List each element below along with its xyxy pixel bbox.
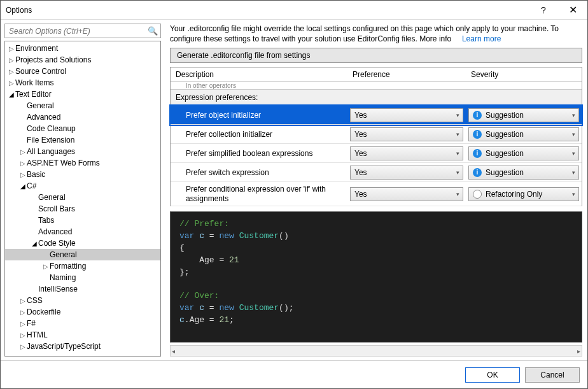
options-tree[interactable]: ▷ Environment▷ Projects and Solutions▷ S… <box>4 41 161 357</box>
tree-node[interactable]: File Extension <box>5 134 160 146</box>
ok-button[interactable]: OK <box>465 367 520 383</box>
caret-right-icon[interactable]: ▷ <box>42 263 50 270</box>
grid-row[interactable]: Prefer object initializerYes▾iSuggestion… <box>171 106 582 125</box>
caret-down-icon[interactable]: ◢ <box>31 240 38 247</box>
tree-node-label: Dockerfile <box>27 308 60 316</box>
preference-combo[interactable]: Yes▾ <box>350 127 463 141</box>
tree-node-label: Advanced <box>38 227 72 236</box>
caret-down-icon[interactable]: ◢ <box>19 183 27 190</box>
info-icon: i <box>473 149 482 158</box>
grid-section-expression-preferences[interactable]: Expression preferences: <box>171 90 582 106</box>
caret-right-icon[interactable]: ▷ <box>8 68 15 75</box>
caret-right-icon[interactable]: ▷ <box>19 160 27 167</box>
tree-node[interactable]: ▷ ASP.NET Web Forms <box>5 157 160 169</box>
tree-node[interactable]: ◢ Code Style <box>5 237 160 249</box>
severity-combo[interactable]: Refactoring Only▾ <box>468 187 579 201</box>
cancel-button[interactable]: Cancel <box>525 367 580 383</box>
window-title: Options <box>6 6 529 15</box>
tree-node[interactable]: ▷ HTML <box>5 329 160 341</box>
preference-value: Yes <box>354 111 367 120</box>
caret-right-icon[interactable]: ▷ <box>19 148 27 155</box>
tree-node[interactable]: ▷ JavaScript/TypeScript <box>5 341 160 352</box>
tree-node-label: File Extension <box>27 136 74 145</box>
tree-node-label: Projects and Solutions <box>15 55 91 64</box>
tree-node[interactable]: Code Cleanup <box>5 123 160 134</box>
tree-node[interactable]: ◢ Text Editor <box>5 88 160 100</box>
severity-value: Suggestion <box>486 168 524 177</box>
tree-node[interactable]: ▷ Projects and Solutions <box>5 54 160 66</box>
grid-row[interactable]: Prefer switch expressionYes▾iSuggestion▾ <box>171 163 582 182</box>
tree-node[interactable]: ▷ CSS <box>5 295 160 306</box>
tree-node-label: IntelliSense <box>38 285 78 294</box>
code-preview: // Prefer: var c = new Customer() { Age … <box>170 211 582 343</box>
caret-right-icon[interactable]: ▷ <box>19 309 27 316</box>
tree-node[interactable]: Scroll Bars <box>5 203 160 215</box>
row-description: Prefer object initializer <box>171 108 347 122</box>
preference-combo[interactable]: Yes▾ <box>350 146 463 160</box>
tree-node[interactable]: ▷ Source Control <box>5 66 160 77</box>
caret-right-icon[interactable]: ▷ <box>8 57 15 64</box>
chevron-down-icon: ▾ <box>572 150 575 157</box>
caret-down-icon[interactable]: ◢ <box>8 91 15 98</box>
tree-node[interactable]: ▷ Basic <box>5 169 160 180</box>
caret-right-icon[interactable]: ▷ <box>8 45 15 52</box>
grid-header: Description Preference Severity <box>171 67 582 82</box>
tree-node[interactable]: General <box>5 192 160 203</box>
caret-right-icon[interactable]: ▷ <box>19 332 27 339</box>
tree-node-label: Tabs <box>38 216 54 225</box>
chevron-down-icon: ▾ <box>572 191 575 197</box>
search-icon[interactable]: 🔍 <box>148 26 158 36</box>
info-icon: i <box>473 130 482 139</box>
tree-node[interactable]: ▷ F# <box>5 318 160 329</box>
learn-more-link[interactable]: Learn more <box>462 34 501 43</box>
tree-node[interactable]: ▷ Environment <box>5 43 160 54</box>
scroll-left-icon[interactable]: ◂ <box>172 348 175 355</box>
tree-node[interactable]: Naming <box>5 272 160 283</box>
search-input[interactable] <box>4 24 161 38</box>
grid-row[interactable]: Prefer conditional expression over 'if' … <box>171 182 582 206</box>
tree-node[interactable]: ▷ Work Items <box>5 77 160 88</box>
help-button[interactable]: ? <box>529 1 558 20</box>
grid-row[interactable]: Prefer collection initializerYes▾iSugges… <box>171 125 582 144</box>
col-severity[interactable]: Severity <box>466 67 582 81</box>
close-button[interactable]: ✕ <box>558 1 587 20</box>
severity-combo[interactable]: iSuggestion▾ <box>468 166 579 180</box>
chevron-down-icon: ▾ <box>456 191 459 197</box>
tree-node-label: General <box>38 193 66 202</box>
tree-node[interactable]: General <box>5 249 160 260</box>
col-preference[interactable]: Preference <box>347 67 466 81</box>
severity-combo[interactable]: iSuggestion▾ <box>468 108 579 122</box>
caret-right-icon[interactable]: ▷ <box>19 297 27 304</box>
generate-editorconfig-button[interactable]: Generate .editorconfig file from setting… <box>170 48 582 63</box>
severity-value: Suggestion <box>486 149 524 158</box>
circle-icon <box>473 190 482 199</box>
caret-right-icon[interactable]: ▷ <box>19 343 27 350</box>
tree-node[interactable]: ▷ All Languages <box>5 146 160 157</box>
tree-node-label: All Languages <box>27 147 75 156</box>
preference-combo[interactable]: Yes▾ <box>350 108 463 122</box>
tree-node-label: Advanced <box>27 113 60 122</box>
severity-combo[interactable]: iSuggestion▾ <box>468 146 579 160</box>
tree-node[interactable]: ▷ Formatting <box>5 260 160 272</box>
severity-combo[interactable]: iSuggestion▾ <box>468 127 579 141</box>
tree-node[interactable]: General <box>5 100 160 111</box>
caret-right-icon[interactable]: ▷ <box>19 320 27 327</box>
preference-combo[interactable]: Yes▾ <box>350 166 463 180</box>
col-description[interactable]: Description <box>171 67 347 81</box>
tree-node-label: HTML <box>27 330 48 339</box>
tree-node[interactable]: Advanced <box>5 111 160 123</box>
grid-row[interactable]: Prefer simplified boolean expressionsYes… <box>171 144 582 163</box>
severity-value: Refactoring Only <box>486 190 542 199</box>
tree-node[interactable]: IntelliSense <box>5 283 160 295</box>
tree-node-label: Environment <box>15 44 58 53</box>
preference-combo[interactable]: Yes▾ <box>350 187 463 201</box>
caret-right-icon[interactable]: ▷ <box>8 80 15 87</box>
options-page: Your .editorconfig file might override t… <box>164 20 587 360</box>
horizontal-scrollbar[interactable]: ◂ ▸ <box>170 345 582 357</box>
tree-node[interactable]: ◢ C# <box>5 180 160 192</box>
scroll-right-icon[interactable]: ▸ <box>577 348 580 355</box>
tree-node[interactable]: ▷ Dockerfile <box>5 306 160 318</box>
tree-node[interactable]: Advanced <box>5 226 160 237</box>
tree-node[interactable]: Tabs <box>5 215 160 226</box>
caret-right-icon[interactable]: ▷ <box>19 171 27 178</box>
